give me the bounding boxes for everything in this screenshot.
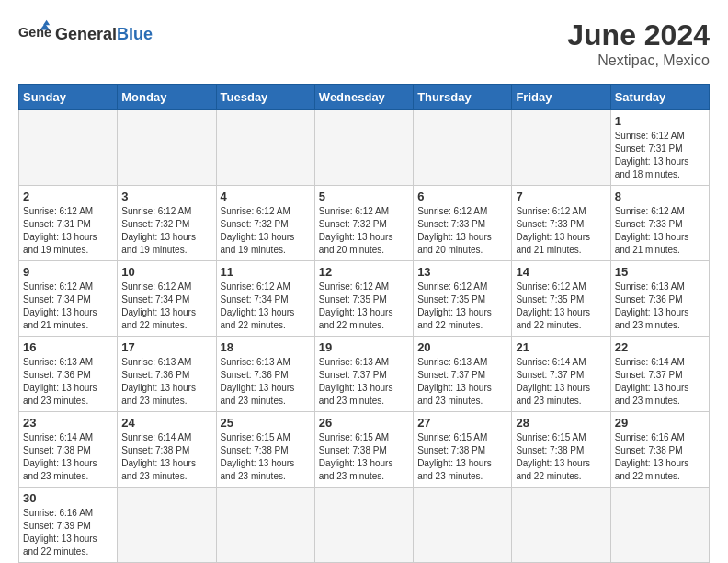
day-info: Sunrise: 6:12 AM Sunset: 7:34 PM Dayligh… — [23, 281, 113, 332]
weekday-header-saturday: Saturday — [610, 85, 709, 110]
calendar-table: SundayMondayTuesdayWednesdayThursdayFrid… — [18, 84, 710, 563]
day-number: 26 — [319, 416, 409, 430]
day-info: Sunrise: 6:12 AM Sunset: 7:32 PM Dayligh… — [319, 205, 409, 257]
day-number: 23 — [23, 416, 113, 430]
day-number: 22 — [615, 340, 705, 354]
day-number: 29 — [615, 416, 705, 430]
day-number: 27 — [417, 416, 507, 430]
calendar-cell — [414, 110, 512, 186]
day-info: Sunrise: 6:12 AM Sunset: 7:31 PM Dayligh… — [23, 205, 113, 257]
day-info: Sunrise: 6:12 AM Sunset: 7:32 PM Dayligh… — [121, 205, 211, 257]
weekday-header-monday: Monday — [118, 85, 216, 110]
day-number: 9 — [23, 265, 113, 279]
calendar-cell: 10Sunrise: 6:12 AM Sunset: 7:34 PM Dayli… — [118, 261, 216, 337]
day-info: Sunrise: 6:12 AM Sunset: 7:33 PM Dayligh… — [417, 205, 507, 257]
day-number: 10 — [121, 265, 211, 279]
month-year: June 2024 — [567, 18, 710, 52]
day-number: 20 — [417, 340, 507, 354]
weekday-header-row: SundayMondayTuesdayWednesdayThursdayFrid… — [19, 85, 710, 110]
logo-icon: General — [18, 18, 51, 52]
day-number: 17 — [121, 340, 211, 354]
calendar-cell — [216, 110, 314, 186]
day-number: 7 — [516, 190, 606, 203]
day-number: 25 — [221, 416, 311, 430]
logo-blue-text: Blue — [117, 25, 153, 43]
day-info: Sunrise: 6:12 AM Sunset: 7:34 PM Dayligh… — [221, 281, 311, 332]
calendar-week-4: 16Sunrise: 6:13 AM Sunset: 7:36 PM Dayli… — [19, 337, 710, 412]
calendar-cell — [314, 110, 413, 186]
calendar-week-5: 23Sunrise: 6:14 AM Sunset: 7:38 PM Dayli… — [19, 412, 710, 488]
calendar-cell: 25Sunrise: 6:15 AM Sunset: 7:38 PM Dayli… — [216, 412, 314, 488]
day-info: Sunrise: 6:12 AM Sunset: 7:35 PM Dayligh… — [417, 281, 507, 332]
calendar-cell: 19Sunrise: 6:13 AM Sunset: 7:37 PM Dayli… — [314, 337, 413, 412]
calendar-cell: 12Sunrise: 6:12 AM Sunset: 7:35 PM Dayli… — [314, 261, 413, 337]
calendar-cell: 30Sunrise: 6:16 AM Sunset: 7:39 PM Dayli… — [19, 488, 118, 563]
weekday-header-friday: Friday — [512, 85, 610, 110]
calendar-cell — [118, 488, 216, 563]
day-number: 4 — [221, 190, 311, 203]
day-number: 15 — [615, 265, 705, 279]
calendar-week-6: 30Sunrise: 6:16 AM Sunset: 7:39 PM Dayli… — [19, 488, 710, 563]
day-number: 8 — [615, 190, 705, 203]
calendar-cell: 18Sunrise: 6:13 AM Sunset: 7:36 PM Dayli… — [216, 337, 314, 412]
calendar-cell — [314, 488, 413, 563]
calendar-cell: 4Sunrise: 6:12 AM Sunset: 7:32 PM Daylig… — [216, 186, 314, 261]
weekday-header-sunday: Sunday — [19, 85, 118, 110]
day-number: 12 — [319, 265, 409, 279]
calendar-cell: 6Sunrise: 6:12 AM Sunset: 7:33 PM Daylig… — [414, 186, 512, 261]
day-info: Sunrise: 6:14 AM Sunset: 7:38 PM Dayligh… — [23, 431, 113, 483]
day-number: 24 — [121, 416, 211, 430]
day-info: Sunrise: 6:12 AM Sunset: 7:33 PM Dayligh… — [615, 205, 705, 257]
day-info: Sunrise: 6:15 AM Sunset: 7:38 PM Dayligh… — [417, 431, 507, 483]
calendar-cell: 29Sunrise: 6:16 AM Sunset: 7:38 PM Dayli… — [610, 412, 709, 488]
calendar-cell: 11Sunrise: 6:12 AM Sunset: 7:34 PM Dayli… — [216, 261, 314, 337]
calendar-cell: 23Sunrise: 6:14 AM Sunset: 7:38 PM Dayli… — [19, 412, 118, 488]
day-info: Sunrise: 6:13 AM Sunset: 7:36 PM Dayligh… — [23, 356, 113, 408]
calendar-cell: 27Sunrise: 6:15 AM Sunset: 7:38 PM Dayli… — [414, 412, 512, 488]
calendar-cell — [216, 488, 314, 563]
calendar-cell: 8Sunrise: 6:12 AM Sunset: 7:33 PM Daylig… — [610, 186, 709, 261]
location: Nextipac, Mexico — [567, 52, 710, 69]
day-info: Sunrise: 6:13 AM Sunset: 7:36 PM Dayligh… — [615, 281, 705, 332]
calendar-cell: 28Sunrise: 6:15 AM Sunset: 7:38 PM Dayli… — [512, 412, 610, 488]
calendar-cell: 13Sunrise: 6:12 AM Sunset: 7:35 PM Dayli… — [414, 261, 512, 337]
day-info: Sunrise: 6:14 AM Sunset: 7:38 PM Dayligh… — [121, 431, 211, 483]
day-number: 19 — [319, 340, 409, 354]
weekday-header-wednesday: Wednesday — [314, 85, 413, 110]
calendar-week-2: 2Sunrise: 6:12 AM Sunset: 7:31 PM Daylig… — [19, 186, 710, 261]
day-info: Sunrise: 6:13 AM Sunset: 7:36 PM Dayligh… — [221, 356, 311, 408]
day-info: Sunrise: 6:12 AM Sunset: 7:33 PM Dayligh… — [516, 205, 606, 257]
day-info: Sunrise: 6:13 AM Sunset: 7:37 PM Dayligh… — [319, 356, 409, 408]
day-info: Sunrise: 6:12 AM Sunset: 7:32 PM Dayligh… — [221, 205, 311, 257]
day-info: Sunrise: 6:13 AM Sunset: 7:37 PM Dayligh… — [417, 356, 507, 408]
calendar-cell: 21Sunrise: 6:14 AM Sunset: 7:37 PM Dayli… — [512, 337, 610, 412]
day-number: 6 — [417, 190, 507, 203]
calendar-cell: 17Sunrise: 6:13 AM Sunset: 7:36 PM Dayli… — [118, 337, 216, 412]
day-number: 3 — [121, 190, 211, 203]
logo-general: General — [55, 25, 117, 43]
title-block: June 2024 Nextipac, Mexico — [567, 18, 710, 69]
day-number: 1 — [615, 114, 705, 128]
calendar-cell: 15Sunrise: 6:13 AM Sunset: 7:36 PM Dayli… — [610, 261, 709, 337]
calendar-week-1: 1Sunrise: 6:12 AM Sunset: 7:31 PM Daylig… — [19, 110, 710, 186]
calendar-week-3: 9Sunrise: 6:12 AM Sunset: 7:34 PM Daylig… — [19, 261, 710, 337]
day-number: 30 — [23, 491, 113, 505]
day-info: Sunrise: 6:14 AM Sunset: 7:37 PM Dayligh… — [516, 356, 606, 408]
day-number: 11 — [221, 265, 311, 279]
page-header: General GeneralBlue June 2024 Nextipac, … — [18, 18, 710, 69]
day-info: Sunrise: 6:16 AM Sunset: 7:39 PM Dayligh… — [23, 507, 113, 558]
calendar-cell: 2Sunrise: 6:12 AM Sunset: 7:31 PM Daylig… — [19, 186, 118, 261]
day-number: 28 — [516, 416, 606, 430]
day-info: Sunrise: 6:16 AM Sunset: 7:38 PM Dayligh… — [615, 431, 705, 483]
calendar-cell: 7Sunrise: 6:12 AM Sunset: 7:33 PM Daylig… — [512, 186, 610, 261]
day-info: Sunrise: 6:13 AM Sunset: 7:36 PM Dayligh… — [121, 356, 211, 408]
calendar-cell: 24Sunrise: 6:14 AM Sunset: 7:38 PM Dayli… — [118, 412, 216, 488]
day-number: 5 — [319, 190, 409, 203]
day-info: Sunrise: 6:14 AM Sunset: 7:37 PM Dayligh… — [615, 356, 705, 408]
day-info: Sunrise: 6:15 AM Sunset: 7:38 PM Dayligh… — [221, 431, 311, 483]
calendar-cell — [118, 110, 216, 186]
day-number: 13 — [417, 265, 507, 279]
weekday-header-thursday: Thursday — [414, 85, 512, 110]
calendar-cell: 9Sunrise: 6:12 AM Sunset: 7:34 PM Daylig… — [19, 261, 118, 337]
day-info: Sunrise: 6:15 AM Sunset: 7:38 PM Dayligh… — [516, 431, 606, 483]
